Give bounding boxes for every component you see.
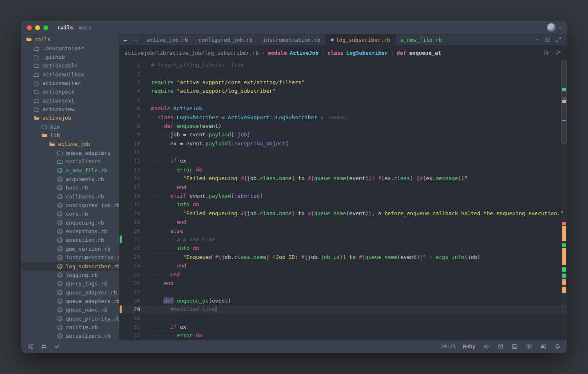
code-line-29[interactable]: 29······#modified·line	[120, 305, 567, 314]
line-number[interactable]: 10	[120, 140, 140, 147]
line-number[interactable]: 21	[120, 236, 140, 243]
editor-scrollbar[interactable]	[561, 60, 567, 340]
line-number[interactable]: 20	[120, 228, 140, 234]
line-number[interactable]: 27	[120, 289, 140, 295]
code-line-22[interactable]: 22········info·do	[120, 244, 567, 252]
code-line-31[interactable]: 31······if·ex	[120, 323, 567, 331]
tree-item-rails[interactable]: rails	[21, 35, 119, 44]
line-number[interactable]: 6	[120, 105, 140, 111]
code-line-8[interactable]: 8····def·enqueue(event)	[120, 122, 567, 130]
line-number[interactable]: 16	[120, 193, 140, 199]
tab-instrumentation.rb[interactable]: instrumentation.rb	[258, 34, 326, 45]
line-number[interactable]: 5	[120, 97, 140, 103]
tab-configured_job.rb[interactable]: configured_job.rb	[194, 34, 258, 45]
close-window-button[interactable]	[27, 25, 32, 30]
line-number[interactable]: 4	[120, 88, 140, 94]
notifications-toggle[interactable]	[554, 343, 561, 350]
code-line-2[interactable]: 2	[120, 69, 567, 78]
tree-item-actionmailer[interactable]: actionmailer	[21, 79, 119, 87]
line-number[interactable]: 14	[120, 175, 140, 181]
tree-item-gem_version.rb[interactable]: gem_version.rb	[21, 245, 119, 253]
line-number[interactable]: 23	[120, 254, 140, 260]
tree-item-queue_priority.rb[interactable]: queue_priority.rb	[21, 314, 119, 323]
code-line-19[interactable]: 19········end	[120, 218, 567, 226]
code-line-18[interactable]: 18··········"Failed·enqueuing·#{job.clas…	[120, 209, 567, 218]
tab-active_job.rb[interactable]: active_job.rb	[142, 34, 194, 45]
tree-item-serializers.rb[interactable]: serializers.rb	[21, 332, 119, 340]
line-number[interactable]: 24	[120, 263, 140, 269]
tree-item-enqueuing.rb[interactable]: enqueuing.rb	[21, 218, 119, 227]
line-number[interactable]: 31	[120, 324, 140, 330]
tree-item-railtie.rb[interactable]: railtie.rb	[21, 323, 119, 332]
chat-panel-toggle[interactable]	[539, 343, 547, 350]
avatar[interactable]	[547, 23, 556, 32]
line-number[interactable]: 8	[120, 123, 140, 129]
line-number[interactable]: 19	[120, 219, 140, 225]
line-number[interactable]: 32	[120, 332, 140, 338]
code-line-5[interactable]: 5	[120, 96, 567, 104]
tree-item-bin[interactable]: bin	[21, 122, 119, 131]
code-line-9[interactable]: 9······job·=·event.payload[:job]	[120, 130, 567, 139]
feedback-icon[interactable]	[497, 343, 504, 350]
diagnostics-indicator[interactable]	[53, 343, 60, 350]
tree-item-queue_adapters[interactable]: queue_adapters	[21, 149, 119, 157]
line-number[interactable]: 1	[120, 62, 140, 68]
code-line-3[interactable]: 3require·"active_support/core_ext/string…	[120, 78, 567, 87]
line-number[interactable]: 18	[120, 210, 140, 216]
tree-item-queue_adapters.rb[interactable]: queue_adapters.rb	[21, 297, 119, 305]
cursor-position[interactable]: 29:21	[441, 343, 456, 350]
maximize-window-button[interactable]	[43, 25, 48, 30]
terminal-toggle[interactable]	[511, 343, 518, 350]
code-line-15[interactable]: 15········end	[120, 183, 567, 191]
line-number[interactable]: 29	[120, 306, 140, 312]
code-line-26[interactable]: 26····end	[120, 279, 567, 287]
code-line-21[interactable]: 21········#·A·new·line	[120, 235, 567, 244]
line-number[interactable]: 28	[120, 298, 140, 304]
tree-item-instrumentation.rb[interactable]: instrumentation.rb	[21, 253, 119, 262]
line-number[interactable]: 26	[120, 280, 140, 286]
code-line-25[interactable]: 25······end	[120, 270, 567, 278]
line-number[interactable]: 13	[120, 167, 140, 173]
tree-item-actioncable[interactable]: actioncable	[21, 61, 119, 70]
tree-item-actionmailbox[interactable]: actionmailbox	[21, 70, 119, 78]
line-number[interactable]: 12	[120, 158, 140, 164]
line-number[interactable]: 11	[120, 149, 140, 155]
tree-item-logging.rb[interactable]: logging.rb	[21, 271, 119, 279]
tree-item-.devcontainer[interactable]: .devcontainer	[21, 44, 119, 52]
code-line-4[interactable]: 4require·"active_support/log_subscriber"	[120, 87, 567, 95]
nav-forward-button[interactable]: →	[134, 37, 137, 43]
tree-item-arguments.rb[interactable]: arguments.rb	[21, 175, 119, 183]
tree-item-callbacks.rb[interactable]: callbacks.rb	[21, 192, 119, 200]
nav-back-button[interactable]: ←	[124, 37, 127, 43]
code-line-6[interactable]: 6module·ActiveJob	[120, 104, 567, 113]
line-number[interactable]: 17	[120, 201, 140, 207]
tree-item-activejob[interactable]: activejob	[21, 114, 119, 122]
tree-item-exceptions.rb[interactable]: exceptions.rb	[21, 227, 119, 236]
line-number[interactable]: 30	[120, 315, 140, 321]
tree-item-queue_adapter.rb[interactable]: queue_adapter.rb	[21, 288, 119, 296]
code-line-13[interactable]: 13········error·do	[120, 165, 567, 174]
tree-item-query_tags.rb[interactable]: query_tags.rb	[21, 279, 119, 288]
tab-a_new_file.rb[interactable]: a_new_file.rb	[396, 34, 448, 45]
line-number[interactable]: 15	[120, 184, 140, 190]
code-line-10[interactable]: 10······ex·=·event.payload[:exception_ob…	[120, 139, 567, 148]
code-line-17[interactable]: 17········info·do	[120, 200, 567, 209]
code-line-7[interactable]: 7··class·LogSubscriber·<·ActiveSupport::…	[120, 113, 567, 121]
chevron-down-icon[interactable]	[557, 25, 563, 30]
tree-item-.github[interactable]: .github	[21, 53, 119, 61]
tab-log_subscriber.rb[interactable]: log_subscriber.rb	[326, 34, 396, 45]
tree-item-actiontext[interactable]: actiontext	[21, 96, 119, 105]
zoom-pane-button[interactable]	[555, 36, 562, 43]
tree-item-base.rb[interactable]: base.rb	[21, 183, 119, 192]
tree-item-serializers[interactable]: serializers	[21, 157, 119, 166]
tree-item-actionpack[interactable]: actionpack	[21, 87, 119, 96]
inline-assist-icon[interactable]	[555, 50, 561, 56]
minimize-window-button[interactable]	[35, 25, 40, 30]
tree-item-configured_job.rb[interactable]: configured_job.rb	[21, 201, 119, 209]
code-line-28[interactable]: 28····def·enqueue_at(event)	[120, 296, 567, 305]
code-line-32[interactable]: 32········error·do	[120, 331, 567, 340]
line-number[interactable]: 9	[120, 131, 140, 138]
line-number[interactable]: 7	[120, 114, 140, 120]
code-line-1[interactable]: 1#·frozen_string_literal:·true	[120, 60, 567, 69]
tree-item-active_job[interactable]: active_job	[21, 140, 119, 148]
